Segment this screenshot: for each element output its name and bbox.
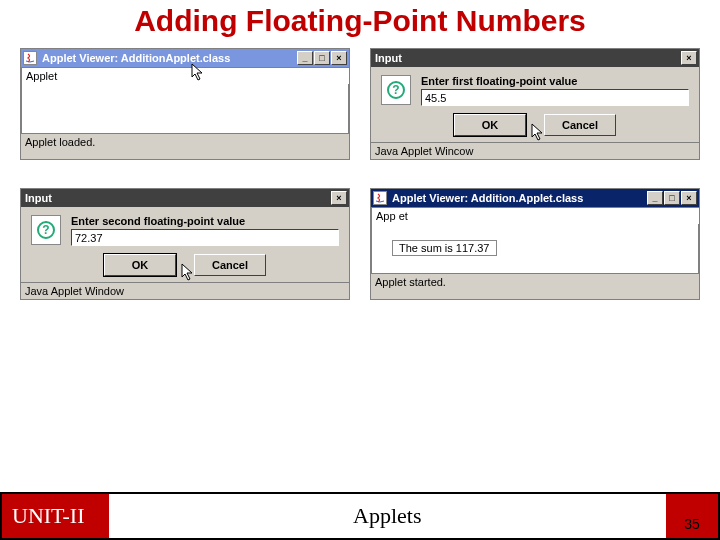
titlebar: Input ×: [371, 49, 699, 67]
close-button[interactable]: ×: [331, 51, 347, 65]
window-controls: _ □ ×: [297, 51, 347, 65]
window-title: Applet Viewer: Addition.Applet.class: [390, 192, 644, 204]
cancel-label: Cancel: [212, 259, 248, 271]
maximize-button[interactable]: □: [314, 51, 330, 65]
java-icon: [373, 191, 387, 205]
input-dialog-1: Input × ? Enter first floating-point val…: [370, 48, 700, 160]
applet-body: [21, 84, 349, 134]
cancel-button[interactable]: Cancel: [194, 254, 266, 276]
dialog-prompt: Enter second floating-point value: [71, 215, 339, 227]
titlebar: Input ×: [21, 189, 349, 207]
question-icon: ?: [31, 215, 61, 245]
status-bar: Applet started.: [371, 274, 699, 290]
applet-menu-label[interactable]: App et: [371, 207, 699, 224]
status-bar: Applet loaded.: [21, 134, 349, 150]
screenshots-grid: Applet Viewer: AdditionApplet.class _ □ …: [0, 48, 720, 300]
slide-title: Adding Floating-Point Numbers: [0, 0, 720, 48]
value-input[interactable]: [71, 229, 339, 246]
window-controls: ×: [331, 191, 347, 205]
window-title: Applet Viewer: AdditionApplet.class: [40, 52, 294, 64]
close-button[interactable]: ×: [681, 51, 697, 65]
titlebar: Applet Viewer: Addition.Applet.class _ □…: [371, 189, 699, 207]
window-controls: _ □ ×: [647, 191, 697, 205]
close-button[interactable]: ×: [681, 191, 697, 205]
dialog-prompt: Enter first floating-point value: [421, 75, 689, 87]
dialog-body: ? Enter first floating-point value OK Ca…: [371, 67, 699, 142]
input-dialog-2: Input × ? Enter second floating-point va…: [20, 188, 350, 300]
sum-output: The sum is 117.37: [392, 240, 497, 256]
applet-viewer-window-2: Applet Viewer: Addition.Applet.class _ □…: [370, 188, 700, 300]
status-bar: Java Applet Window: [21, 282, 349, 299]
titlebar: Applet Viewer: AdditionApplet.class _ □ …: [21, 49, 349, 67]
minimize-button[interactable]: _: [647, 191, 663, 205]
ok-button[interactable]: OK: [454, 114, 526, 136]
minimize-button[interactable]: _: [297, 51, 313, 65]
svg-text:?: ?: [392, 83, 399, 97]
value-input[interactable]: [421, 89, 689, 106]
svg-text:?: ?: [42, 223, 49, 237]
unit-label: UNIT-II: [2, 494, 109, 538]
cursor-icon: [531, 123, 547, 143]
window-title: Input: [373, 52, 678, 64]
question-icon: ?: [381, 75, 411, 105]
cancel-button[interactable]: Cancel: [544, 114, 616, 136]
close-button[interactable]: ×: [331, 191, 347, 205]
applet-menu-label[interactable]: Applet: [21, 67, 349, 84]
status-bar: Java Applet Wincow: [371, 142, 699, 159]
cancel-label: Cancel: [562, 119, 598, 131]
ok-button[interactable]: OK: [104, 254, 176, 276]
cursor-icon: [181, 263, 197, 283]
topic-label: Applets: [109, 494, 667, 538]
slide-footer: UNIT-II Applets 35: [0, 492, 720, 540]
page-number: 35: [666, 494, 718, 538]
java-icon: [23, 51, 37, 65]
window-title: Input: [23, 192, 328, 204]
dialog-body: ? Enter second floating-point value OK C…: [21, 207, 349, 282]
applet-viewer-window-1: Applet Viewer: AdditionApplet.class _ □ …: [20, 48, 350, 160]
maximize-button[interactable]: □: [664, 191, 680, 205]
applet-body: The sum is 117.37: [371, 224, 699, 274]
window-controls: ×: [681, 51, 697, 65]
